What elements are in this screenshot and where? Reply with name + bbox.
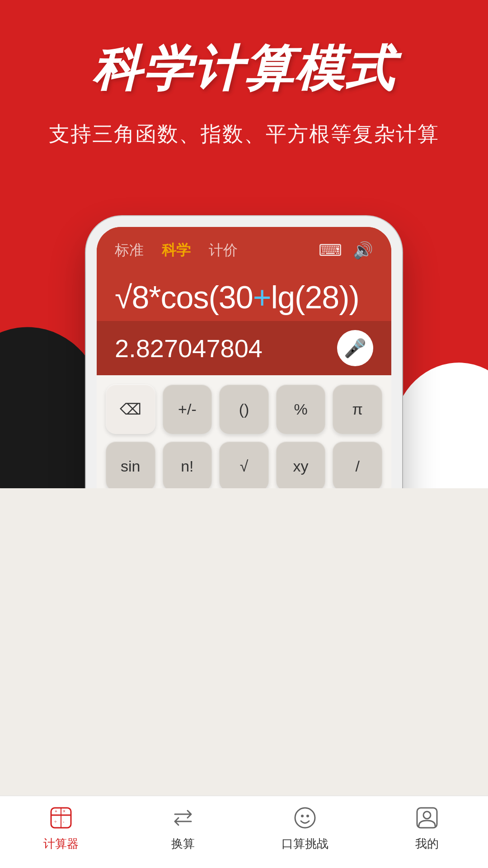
expression-display: √8*cos(30+lg(28)) <box>115 278 373 316</box>
nav-profile-icon <box>413 803 441 832</box>
svg-point-9 <box>306 815 309 817</box>
bottom-nav: + × ÷ - 计算器 换算 口算挑战 <box>0 796 488 868</box>
result-row: 2.827047804 🎤 <box>97 321 391 375</box>
mode-price[interactable]: 计价 <box>209 241 238 260</box>
page-title: 科学计算模式 <box>0 36 488 102</box>
nav-challenge-label: 口算挑战 <box>282 836 328 852</box>
nav-converter-label: 换算 <box>171 836 195 852</box>
page-subtitle: 支持三角函数、指数、平方根等复杂计算 <box>0 120 488 148</box>
svg-text:÷: ÷ <box>54 819 57 824</box>
btn-divide[interactable]: / <box>333 441 382 488</box>
svg-point-11 <box>423 811 431 819</box>
nav-converter[interactable]: 换算 <box>122 803 244 861</box>
calc-header: 标准 科学 计价 ⌨ 🔊 <box>97 227 391 269</box>
phone-container: 标准 科学 计价 ⌨ 🔊 √8*cos(30+lg(28)) 2. <box>86 216 402 488</box>
btn-pi[interactable]: π <box>333 384 382 434</box>
calc-display: √8*cos(30+lg(28)) <box>97 269 391 321</box>
btn-parentheses[interactable]: () <box>219 384 269 434</box>
btn-plusminus[interactable]: +/- <box>163 384 212 434</box>
mode-science[interactable]: 科学 <box>162 241 191 260</box>
main-title-container: 科学计算模式 <box>0 0 488 102</box>
header-icons: ⌨ 🔊 <box>319 241 373 260</box>
button-row-2: sin n! √ xy / <box>106 441 382 488</box>
svg-point-8 <box>301 815 304 817</box>
btn-power[interactable]: xy <box>276 441 326 488</box>
nav-challenge-icon <box>291 803 319 832</box>
svg-text:×: × <box>63 809 66 814</box>
result-value: 2.827047804 <box>115 334 263 363</box>
svg-text:+: + <box>55 809 57 814</box>
sound-icon[interactable]: 🔊 <box>353 241 373 260</box>
calc-buttons: ⌫ +/- () % π sin n! √ xy / <box>97 375 391 488</box>
svg-point-7 <box>295 808 315 828</box>
btn-sqrt[interactable]: √ <box>219 441 269 488</box>
btn-sin[interactable]: sin <box>106 441 155 488</box>
rotate-icon[interactable]: ⌨ <box>319 241 342 260</box>
phone-mockup: 标准 科学 计价 ⌨ 🔊 √8*cos(30+lg(28)) 2. <box>86 216 402 488</box>
mode-standard[interactable]: 标准 <box>115 241 144 260</box>
btn-backspace[interactable]: ⌫ <box>106 384 155 434</box>
btn-factorial[interactable]: n! <box>163 441 212 488</box>
phone-screen: 标准 科学 计价 ⌨ 🔊 √8*cos(30+lg(28)) 2. <box>97 227 391 488</box>
mic-button[interactable]: 🎤 <box>337 330 373 366</box>
nav-profile[interactable]: 我的 <box>366 803 488 861</box>
nav-converter-icon <box>169 803 197 832</box>
button-row-1: ⌫ +/- () % π <box>106 384 382 434</box>
nav-calculator-label: 计算器 <box>43 836 79 852</box>
btn-percent[interactable]: % <box>276 384 326 434</box>
top-section: 科学计算模式 支持三角函数、指数、平方根等复杂计算 标准 科学 计价 ⌨ 🔊 <box>0 0 488 488</box>
nav-challenge[interactable]: 口算挑战 <box>244 803 366 861</box>
nav-calculator-icon: + × ÷ - <box>47 803 75 832</box>
nav-calculator[interactable]: + × ÷ - 计算器 <box>0 803 122 861</box>
expression-plus: + <box>253 280 271 315</box>
subtitle-container: 支持三角函数、指数、平方根等复杂计算 <box>0 120 488 148</box>
nav-profile-label: 我的 <box>415 836 439 852</box>
svg-text:-: - <box>63 819 64 824</box>
